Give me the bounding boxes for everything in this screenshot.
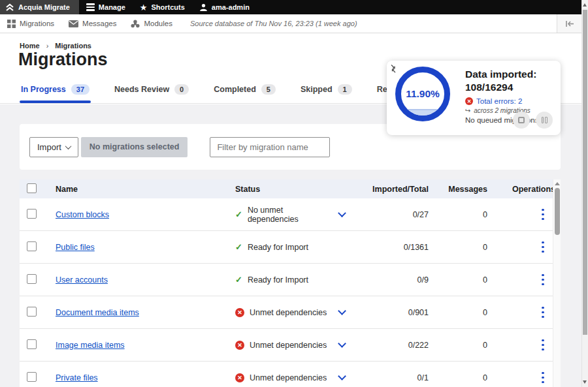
status-text: Unmet dependencies — [250, 308, 327, 317]
row-checkbox[interactable] — [27, 307, 37, 317]
total-errors-text: Total errors: 2 — [476, 97, 522, 105]
admin-bar: Acquia Migrate Manage ★ Shortcuts ama-ad… — [0, 0, 581, 14]
status-text: Unmet dependencies — [250, 341, 327, 350]
column-header-name: Name — [49, 185, 235, 194]
import-progress-card: 11.90% Data imported: 108/16294 Total er… — [387, 61, 561, 135]
scroll-up-icon[interactable] — [583, 3, 587, 7]
admin-item-user[interactable]: ama-admin — [192, 0, 257, 14]
imported-total-value: 0/222 — [357, 341, 435, 350]
scrollbar-thumb[interactable] — [555, 188, 560, 235]
hook-arrow-icon: ↪ — [465, 107, 470, 114]
operations-kebab-icon[interactable] — [536, 304, 550, 321]
admin-item-label: Shortcuts — [151, 3, 184, 11]
chevron-down-icon[interactable] — [338, 209, 346, 217]
star-icon: ★ — [140, 3, 148, 12]
import-label: Import — [37, 142, 61, 152]
pause-import-button[interactable] — [536, 112, 553, 129]
chevron-down-icon[interactable] — [338, 307, 346, 315]
migration-name-link[interactable]: Document media items — [56, 308, 139, 317]
messages-count: 0 — [435, 243, 494, 252]
row-checkbox[interactable] — [27, 209, 37, 219]
error-icon — [235, 341, 244, 350]
admin-item-label: Manage — [99, 3, 125, 11]
row-checkbox[interactable] — [27, 339, 37, 349]
toolbar-item-messages[interactable]: Messages — [61, 20, 123, 27]
imported-total-value: 0/1361 — [357, 243, 435, 252]
error-icon — [235, 308, 244, 317]
scrollbar-thumb[interactable] — [583, 10, 587, 335]
operations-kebab-icon[interactable] — [536, 239, 550, 256]
status-text: Ready for Import — [248, 275, 308, 285]
double-chevron-up-icon — [5, 3, 14, 12]
admin-item-shortcuts[interactable]: ★ Shortcuts — [133, 0, 192, 14]
table-scrollbar[interactable] — [553, 179, 561, 387]
migration-name-link[interactable]: Private files — [56, 373, 98, 382]
operations-kebab-icon[interactable] — [536, 206, 550, 223]
migration-name-link[interactable]: User accounts — [56, 275, 108, 285]
tab-needs-review[interactable]: Needs Review 0 — [113, 84, 190, 103]
operations-kebab-icon[interactable] — [536, 337, 550, 354]
select-all-checkbox[interactable] — [27, 183, 37, 193]
table-row: Document media items Unmet dependencies … — [20, 296, 561, 329]
scroll-down-icon[interactable] — [583, 380, 587, 384]
grid-icon — [7, 20, 16, 28]
total-errors-link[interactable]: Total errors: 2 — [465, 97, 558, 105]
check-icon — [235, 242, 242, 252]
migration-name-link[interactable]: Custom blocks — [56, 210, 109, 219]
user-icon — [199, 3, 208, 12]
table-header-row: Name Status Imported/Total Messages Oper… — [20, 179, 561, 198]
stop-import-button[interactable] — [513, 112, 530, 129]
row-checkbox[interactable] — [27, 241, 37, 251]
content-area: Import No migrations selected Name Statu… — [0, 104, 581, 387]
brand-label: Acquia Migrate — [18, 3, 70, 11]
imported-total-value: 0/9 — [357, 275, 435, 285]
migration-name-link[interactable]: Image media items — [56, 341, 125, 350]
scroll-up-icon[interactable] — [555, 182, 560, 185]
toolbar-item-migrations[interactable]: Migrations — [0, 20, 61, 28]
migration-name-link[interactable]: Public files — [56, 243, 95, 252]
table-row: Custom blocks No unmet dependencies 0/27… — [20, 198, 561, 231]
breadcrumb-separator: › — [46, 42, 49, 50]
column-header-operations: Operations — [494, 185, 561, 194]
admin-item-manage[interactable]: Manage — [79, 0, 133, 14]
messages-count: 0 — [435, 275, 494, 285]
toolbar-item-label: Modules — [144, 20, 172, 27]
chevron-down-icon[interactable] — [338, 372, 346, 380]
breadcrumb-home-link[interactable]: Home — [20, 42, 40, 50]
check-icon — [235, 209, 242, 219]
row-checkbox[interactable] — [27, 372, 37, 382]
chevron-down-icon — [65, 143, 71, 149]
collapse-toolbar-button[interactable] — [557, 14, 581, 33]
migrations-table: Name Status Imported/Total Messages Oper… — [20, 179, 561, 387]
toolbar-item-modules[interactable]: Modules — [123, 20, 179, 28]
envelope-icon — [69, 20, 78, 27]
acquia-migrate-app: Acquia Migrate Manage ★ Shortcuts ama-ad… — [0, 0, 588, 387]
selection-status-button: No migrations selected — [81, 137, 188, 157]
row-checkbox[interactable] — [27, 274, 37, 284]
migration-filter-input[interactable] — [210, 137, 330, 157]
tab-count-badge: 37 — [71, 84, 90, 95]
tab-in-progress[interactable]: In Progress 37 — [20, 84, 91, 103]
breadcrumb-current: Migrations — [55, 42, 91, 50]
progress-card-buttons — [513, 112, 553, 129]
chevron-down-icon[interactable] — [338, 339, 346, 348]
operations-kebab-icon[interactable] — [536, 369, 550, 386]
operations-kebab-icon[interactable] — [536, 271, 550, 288]
admin-bar-brand[interactable]: Acquia Migrate — [0, 0, 79, 14]
tab-label: Completed — [214, 85, 256, 94]
tabs-bar: In Progress 37 Needs Review 0 Completed … — [20, 84, 428, 103]
source-database-note: Source database of Thu Nov 16, 23:23 (1 … — [190, 20, 357, 27]
tab-count-badge: 1 — [338, 84, 352, 95]
status-text: No unmet dependencies — [248, 206, 334, 224]
page-scrollbar[interactable] — [581, 0, 588, 387]
breadcrumb: Home › Migrations — [20, 42, 91, 50]
table-row: Image media items Unmet dependencies 0/2… — [20, 329, 561, 362]
tab-completed[interactable]: Completed 5 — [212, 84, 277, 103]
resize-diagonal-icon[interactable] — [390, 64, 399, 74]
tab-skipped[interactable]: Skipped 1 — [299, 84, 353, 103]
tab-count-badge: 0 — [174, 84, 189, 95]
messages-count: 0 — [435, 341, 494, 350]
imported-total-value: 0/1 — [357, 373, 435, 382]
column-header-imported-total: Imported/Total — [357, 185, 435, 194]
import-dropdown-button[interactable]: Import — [29, 137, 78, 157]
